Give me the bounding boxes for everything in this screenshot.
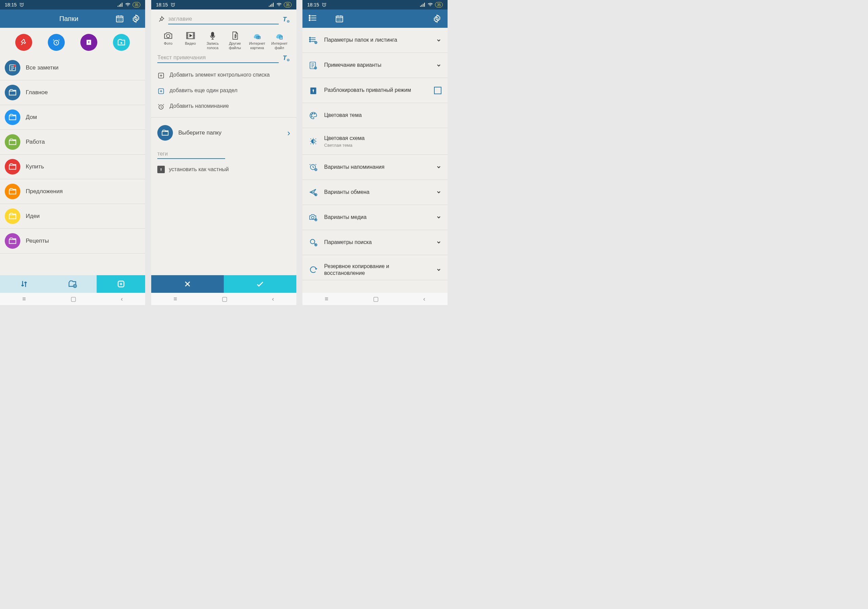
- pin-icon[interactable]: [157, 15, 165, 23]
- setting-folders[interactable]: Параметры папок и листинга: [302, 28, 448, 53]
- app-bar: Папки: [0, 9, 145, 28]
- svg-point-40: [309, 15, 310, 16]
- svg-point-22: [166, 34, 170, 38]
- nav-home-icon[interactable]: ▢: [222, 295, 228, 303]
- android-nav: ≡ ▢ ‹: [151, 293, 296, 305]
- setting-color-theme[interactable]: Цветовая тема: [302, 103, 448, 128]
- nav-menu-icon[interactable]: ≡: [174, 295, 177, 303]
- svg-point-45: [310, 37, 311, 38]
- folder-all-notes[interactable]: Все заметки: [0, 56, 145, 80]
- nav-menu-icon[interactable]: ≡: [22, 295, 26, 303]
- setting-search[interactable]: Параметры поиска: [302, 230, 448, 255]
- attach-web-file[interactable]: Интернет файл: [268, 31, 290, 50]
- svg-rect-10: [88, 42, 89, 43]
- gear-icon[interactable]: [432, 14, 442, 23]
- cancel-button[interactable]: [151, 275, 224, 293]
- lock-icon: [157, 166, 165, 173]
- chevron-down-icon: [436, 240, 442, 245]
- signal-icon: [118, 3, 123, 7]
- text-format-icon[interactable]: T: [282, 15, 290, 23]
- folder-suggestions[interactable]: Предложения: [0, 179, 145, 204]
- svg-rect-24: [211, 32, 214, 37]
- new-folder-button[interactable]: [48, 275, 97, 293]
- folder-work[interactable]: Работа: [0, 130, 145, 155]
- sort-button[interactable]: [0, 275, 48, 293]
- svg-rect-38: [423, 4, 423, 7]
- android-nav: ≡ ▢ ‹: [302, 293, 448, 305]
- add-reminder-button[interactable]: Добавить напоминание: [157, 99, 290, 114]
- status-time: 18:15: [5, 2, 17, 8]
- svg-point-46: [310, 39, 311, 40]
- svg-rect-17: [270, 5, 271, 7]
- nav-back-icon[interactable]: ‹: [423, 295, 425, 303]
- svg-point-47: [310, 41, 311, 42]
- attach-files[interactable]: Другие файлы: [224, 31, 246, 50]
- battery-indicator: 35: [284, 2, 291, 8]
- text-format-icon[interactable]: T: [282, 54, 290, 62]
- setting-backup[interactable]: Резервное копирование и восстановление: [302, 255, 448, 280]
- screen-folders: 18:15 35 Папки: [0, 0, 145, 305]
- tags-input[interactable]: [157, 150, 225, 159]
- svg-rect-34: [161, 170, 161, 171]
- folder-home[interactable]: Дом: [0, 105, 145, 130]
- add-note-button[interactable]: [97, 275, 145, 293]
- alarm-icon: [170, 2, 175, 7]
- folder-recipes[interactable]: Рецепты: [0, 229, 145, 253]
- chevron-down-icon: [436, 63, 442, 68]
- chevron-right-icon: ›: [287, 128, 290, 138]
- svg-rect-18: [271, 4, 272, 7]
- note-text-input[interactable]: [157, 53, 279, 63]
- nav-back-icon[interactable]: ‹: [272, 295, 274, 303]
- setting-unlock-private[interactable]: Разблокировать приватный режим: [302, 78, 448, 103]
- svg-rect-2: [119, 5, 120, 7]
- attach-voice[interactable]: Запись голоса: [202, 31, 223, 50]
- setting-color-scheme[interactable]: Цветовая схемаСветлая тема: [302, 128, 448, 155]
- quick-private-button[interactable]: [81, 34, 97, 51]
- calendar-icon[interactable]: [115, 14, 124, 23]
- folder-list: Все заметки Главное Дом Работа Купить Пр…: [0, 56, 145, 275]
- calendar-icon[interactable]: [335, 14, 344, 23]
- alarm-icon: [19, 2, 24, 7]
- attach-web-image[interactable]: Интернет картина: [246, 31, 268, 50]
- title-input[interactable]: [168, 14, 279, 25]
- list-view-icon[interactable]: [308, 14, 317, 23]
- screen-new-note: 18:15 35 T Фото Видео Запись го: [151, 0, 296, 305]
- quick-add-folder-button[interactable]: [113, 34, 130, 51]
- svg-point-57: [311, 116, 312, 117]
- confirm-button[interactable]: [224, 275, 296, 293]
- set-private-button[interactable]: установить как частный: [157, 159, 290, 180]
- quick-alarm-button[interactable]: [48, 34, 65, 51]
- setting-media[interactable]: Варианты медиа: [302, 205, 448, 230]
- svg-point-56: [314, 113, 315, 114]
- wifi-icon: [428, 3, 433, 7]
- nav-home-icon[interactable]: ▢: [373, 295, 379, 303]
- screen-settings: 18:15 35 Параметры папок и листинга Прим…: [302, 0, 448, 305]
- setting-reminders[interactable]: Варианты напоминания: [302, 155, 448, 180]
- gear-icon[interactable]: [132, 14, 140, 23]
- select-folder-button[interactable]: Выберите папку ›: [157, 120, 290, 145]
- svg-rect-4: [122, 3, 122, 7]
- svg-rect-3: [120, 4, 121, 7]
- attach-photo[interactable]: Фото: [157, 31, 179, 50]
- svg-point-55: [312, 113, 313, 114]
- add-section-button[interactable]: добавить еще один раздел: [157, 83, 290, 99]
- alarm-icon: [322, 2, 327, 7]
- quick-pin-button[interactable]: [15, 34, 32, 51]
- add-checklist-button[interactable]: Добавить элемент контрольного списка: [157, 68, 290, 83]
- checkbox[interactable]: [434, 87, 442, 94]
- setting-sharing[interactable]: Варианты обмена: [302, 180, 448, 205]
- settings-list: Параметры папок и листинга Примечание ва…: [302, 28, 448, 293]
- folder-ideas[interactable]: Идеи: [0, 204, 145, 229]
- setting-notes[interactable]: Примечание варианты: [302, 53, 448, 78]
- nav-home-icon[interactable]: ▢: [71, 295, 76, 303]
- folder-main[interactable]: Главное: [0, 80, 145, 105]
- svg-rect-37: [422, 5, 422, 7]
- attach-video[interactable]: Видео: [180, 31, 202, 50]
- signal-icon: [420, 3, 426, 7]
- status-bar: 18:15 35: [0, 0, 145, 9]
- chevron-down-icon: [436, 164, 442, 170]
- nav-menu-icon[interactable]: ≡: [325, 295, 329, 303]
- quick-actions: [0, 28, 145, 56]
- nav-back-icon[interactable]: ‹: [121, 295, 123, 303]
- folder-buy[interactable]: Купить: [0, 155, 145, 179]
